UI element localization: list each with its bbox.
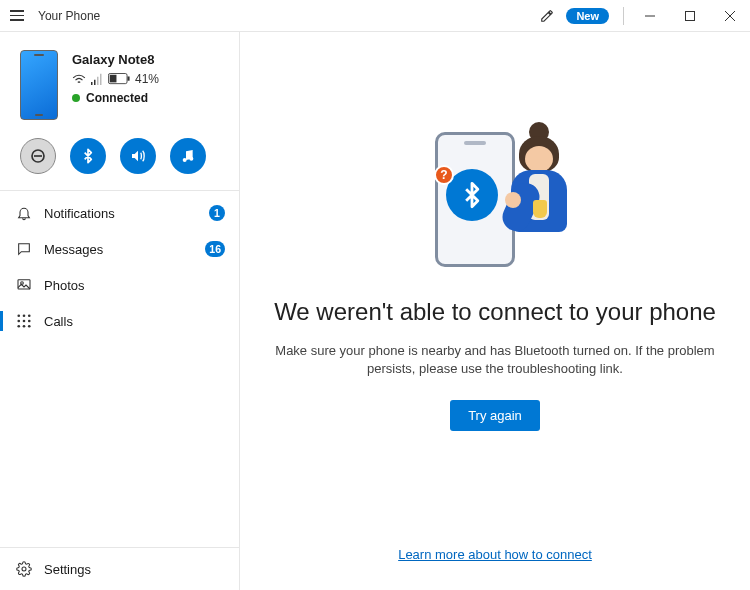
hamburger-menu-button[interactable] [10, 10, 24, 21]
status-dot-icon [72, 94, 80, 102]
svg-point-24 [23, 325, 26, 328]
notifications-badge: 1 [209, 205, 225, 221]
svg-rect-9 [110, 75, 117, 83]
svg-point-26 [22, 567, 26, 571]
minimize-button[interactable] [630, 0, 670, 32]
sidebar-item-settings[interactable]: Settings [0, 548, 239, 590]
close-button[interactable] [710, 0, 750, 32]
svg-rect-7 [100, 74, 102, 85]
svg-point-13 [183, 158, 187, 162]
svg-point-14 [189, 157, 193, 161]
sidebar-item-notifications[interactable]: Notifications 1 [0, 195, 239, 231]
connection-status: Connected [86, 91, 148, 105]
sidebar-item-calls[interactable]: Calls [0, 303, 239, 339]
title-divider [623, 7, 624, 25]
svg-rect-4 [91, 82, 93, 85]
bluetooth-button[interactable] [70, 138, 106, 174]
device-stats: 41% [72, 72, 159, 86]
svg-point-19 [28, 314, 31, 317]
new-badge[interactable]: New [566, 8, 609, 24]
sidebar-item-label: Messages [44, 242, 193, 257]
quick-actions [0, 130, 239, 191]
do-not-disturb-button[interactable] [20, 138, 56, 174]
svg-point-25 [28, 325, 31, 328]
maximize-button[interactable] [670, 0, 710, 32]
signal-icon [91, 73, 103, 85]
try-again-button[interactable]: Try again [450, 400, 540, 431]
sidebar-item-photos[interactable]: Photos [0, 267, 239, 303]
volume-button[interactable] [120, 138, 156, 174]
svg-point-18 [23, 314, 26, 317]
device-name: Galaxy Note8 [72, 52, 159, 67]
messages-badge: 16 [205, 241, 225, 257]
sidebar-nav: Notifications 1 Messages 16 Photos [0, 191, 239, 339]
title-bar: Your Phone New [0, 0, 750, 32]
sidebar-item-messages[interactable]: Messages 16 [0, 231, 239, 267]
svg-point-22 [28, 320, 31, 323]
person-illustration [505, 122, 575, 272]
content-pane: ? We weren't able to connect to your pho… [240, 32, 750, 590]
svg-rect-1 [686, 11, 695, 20]
error-illustration: ? [405, 122, 585, 272]
sidebar-item-label: Notifications [44, 206, 197, 221]
svg-rect-6 [97, 77, 99, 85]
svg-point-23 [17, 325, 20, 328]
error-title: We weren't able to connect to your phone [274, 298, 716, 326]
photo-icon [16, 277, 32, 293]
svg-rect-5 [94, 80, 96, 85]
learn-more-link[interactable]: Learn more about how to connect [398, 547, 592, 562]
chat-icon [16, 241, 32, 257]
gear-icon [16, 561, 32, 577]
device-summary[interactable]: Galaxy Note8 41% Connected [0, 32, 239, 130]
battery-percent: 41% [135, 72, 159, 86]
battery-icon [108, 73, 130, 85]
sidebar-item-label: Settings [44, 562, 225, 577]
device-thumbnail [20, 50, 58, 120]
svg-rect-10 [127, 76, 129, 80]
edit-icon[interactable] [538, 7, 556, 25]
sidebar-item-label: Calls [44, 314, 225, 329]
svg-point-17 [17, 314, 20, 317]
svg-point-20 [17, 320, 20, 323]
bell-icon [16, 205, 32, 221]
question-badge-icon: ? [434, 165, 454, 185]
wifi-icon [72, 73, 86, 85]
dialpad-icon [16, 313, 32, 329]
music-button[interactable] [170, 138, 206, 174]
sidebar: Galaxy Note8 41% Connected [0, 32, 240, 590]
svg-point-21 [23, 320, 26, 323]
app-title: Your Phone [38, 9, 100, 23]
error-body: Make sure your phone is nearby and has B… [275, 342, 714, 378]
sidebar-item-label: Photos [44, 278, 225, 293]
